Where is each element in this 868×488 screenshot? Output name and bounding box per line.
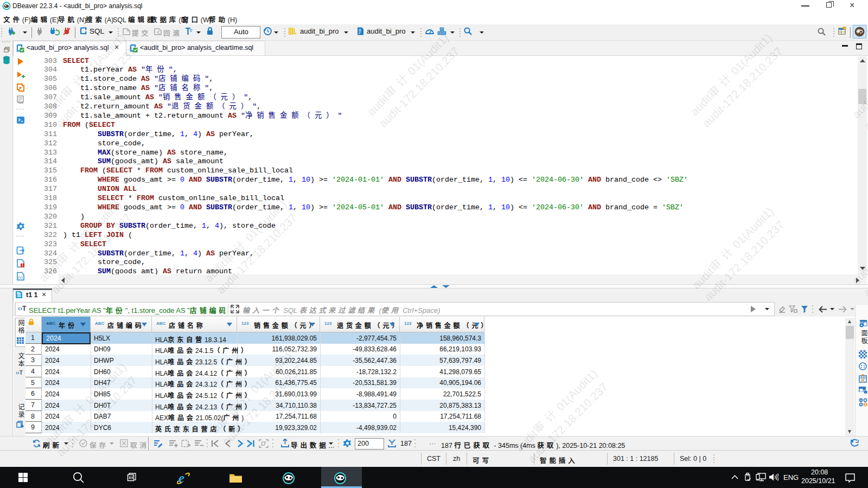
svg-text:(x): (x) [18,275,23,280]
